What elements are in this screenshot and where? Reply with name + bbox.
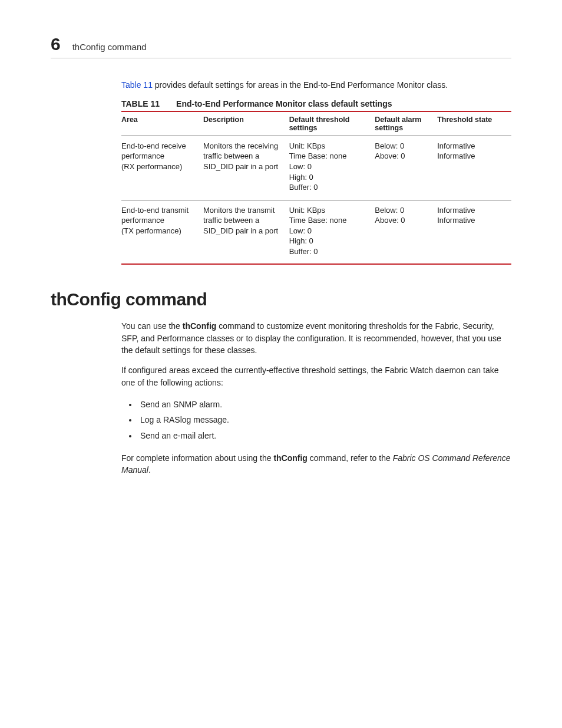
- cell-description: Monitors the receiving traffic between a…: [203, 136, 289, 200]
- list-item: Send an e-mail alert.: [138, 428, 511, 444]
- section-heading: thConfig command: [51, 289, 511, 309]
- table-intro-rest: provides default settings for areas in t…: [153, 80, 448, 90]
- table-header-row: Area Description Default threshold setti…: [121, 111, 511, 136]
- text: .: [148, 465, 151, 475]
- table-intro: Table 11 provides default settings for a…: [121, 80, 511, 91]
- text: You can use the: [121, 321, 183, 331]
- command-name: thConfig: [183, 321, 217, 331]
- paragraph-1: You can use the thConfig command to cust…: [121, 320, 511, 356]
- cell-alarm: Below: 0Above: 0: [375, 200, 437, 264]
- command-name: thConfig: [273, 453, 308, 463]
- settings-table: Area Description Default threshold setti…: [121, 111, 511, 265]
- cell-description: Monitors the transmit traffic between a …: [203, 200, 289, 264]
- cell-area: End-to-end receive performance(RX perfor…: [121, 136, 203, 200]
- table-row: End-to-end transmit performance(TX perfo…: [121, 200, 511, 264]
- cell-threshold: Unit: KBpsTime Base: noneLow: 0High: 0Bu…: [289, 136, 375, 200]
- table-caption: TABLE 11End-to-End Performance Monitor c…: [121, 99, 511, 108]
- chapter-number: 6: [51, 34, 61, 54]
- cell-state: InformativeInformative: [437, 136, 511, 200]
- action-list: Send an SNMP alarm. Log a RASlog message…: [121, 397, 511, 444]
- paragraph-3: For complete information about using the…: [121, 452, 511, 476]
- table-row: End-to-end receive performance(RX perfor…: [121, 136, 511, 200]
- paragraph-2: If configured areas exceed the currently…: [121, 364, 511, 388]
- list-item: Log a RASlog message.: [138, 412, 511, 428]
- table-11-link[interactable]: Table 11: [121, 80, 153, 90]
- th-description: Description: [203, 111, 289, 136]
- text: For complete information about using the: [121, 453, 273, 463]
- text: command, refer to the: [308, 453, 393, 463]
- list-item: Send an SNMP alarm.: [138, 397, 511, 413]
- th-alarm: Default alarm settings: [375, 111, 437, 136]
- th-threshold: Default threshold settings: [289, 111, 375, 136]
- th-state: Threshold state: [437, 111, 511, 136]
- cell-threshold: Unit: KBpsTime Base: noneLow: 0High: 0Bu…: [289, 200, 375, 264]
- table-number: TABLE 11: [121, 99, 160, 108]
- running-header: 6 thConfig command: [51, 34, 511, 58]
- cell-area: End-to-end transmit performance(TX perfo…: [121, 200, 203, 264]
- cell-alarm: Below: 0Above: 0: [375, 136, 437, 200]
- running-title: thConfig command: [72, 42, 147, 52]
- cell-state: InformativeInformative: [437, 200, 511, 264]
- th-area: Area: [121, 111, 203, 136]
- table-title: End-to-End Performance Monitor class def…: [176, 99, 392, 108]
